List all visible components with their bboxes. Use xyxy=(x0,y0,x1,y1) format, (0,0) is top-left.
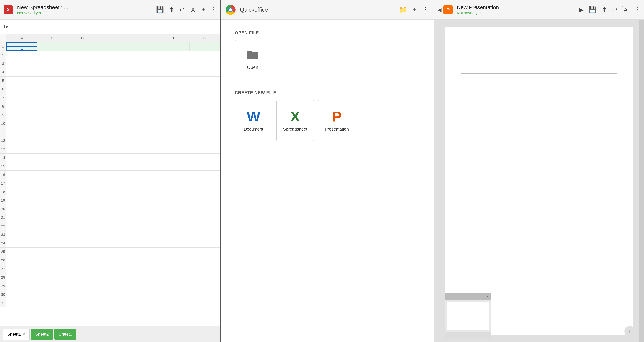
share-button[interactable]: ⬆ xyxy=(169,6,174,14)
undo-button[interactable]: ↩ xyxy=(612,6,617,14)
spreadsheet-toolbar: X New Spreadsheet : ... Not saved yet 💾 … xyxy=(0,0,220,20)
more-options-button[interactable]: ⋮ xyxy=(210,6,216,14)
table-row[interactable]: 15 xyxy=(0,162,220,171)
more-options-button[interactable]: ⋮ xyxy=(634,6,640,14)
save-button[interactable]: 💾 xyxy=(156,6,164,14)
new-document-card[interactable]: W Document xyxy=(235,100,272,141)
table-row[interactable]: 3 xyxy=(0,60,220,68)
add-sheet-button[interactable]: + xyxy=(78,329,88,339)
table-row[interactable]: 18 xyxy=(0,188,220,196)
more-options-button[interactable]: ⋮ xyxy=(422,6,428,14)
slide-subtitle-placeholder[interactable] xyxy=(461,73,617,105)
document-letter: W xyxy=(247,110,260,124)
quickoffice-title: Quickoffice xyxy=(240,7,395,13)
table-row[interactable]: 6 xyxy=(0,85,220,94)
presentation-panel: ◀ P New Presentation Not saved yet ▶ 💾 ⬆… xyxy=(434,0,644,342)
thumbnail-slide[interactable] xyxy=(447,301,489,330)
table-row[interactable]: 5 xyxy=(0,77,220,85)
cell-g1[interactable] xyxy=(190,42,220,51)
table-row[interactable]: 12 xyxy=(0,136,220,145)
save-button[interactable]: 💾 xyxy=(589,6,597,14)
row-number: 17 xyxy=(0,179,6,188)
table-row[interactable]: 31 xyxy=(0,299,220,307)
presentation-toolbar: ◀ P New Presentation Not saved yet ▶ 💾 ⬆… xyxy=(434,0,644,20)
add-slide-button[interactable]: + xyxy=(624,326,635,337)
table-row[interactable]: 28 xyxy=(0,273,220,282)
table-row[interactable]: 9 xyxy=(0,111,220,119)
table-row[interactable]: 21 xyxy=(0,213,220,222)
row-number: 26 xyxy=(0,256,6,265)
cell-a1[interactable] xyxy=(6,42,37,51)
table-row[interactable]: 2 xyxy=(0,51,220,60)
table-row[interactable]: 13 xyxy=(0,145,220,153)
table-row[interactable]: 24 xyxy=(0,239,220,248)
table-row[interactable]: 8 xyxy=(0,102,220,111)
thumbnail-close-button[interactable]: × xyxy=(486,294,489,299)
table-row[interactable]: 1 xyxy=(0,42,220,51)
cell-e1[interactable] xyxy=(129,42,159,51)
table-row[interactable]: 30 xyxy=(0,290,220,299)
table-row[interactable]: 7 xyxy=(0,94,220,102)
row-number: 8 xyxy=(0,102,6,111)
open-file-section-label: OPEN FILE xyxy=(235,30,419,35)
row-number: 25 xyxy=(0,248,6,256)
table-row[interactable]: 23 xyxy=(0,231,220,239)
table-row[interactable]: 20 xyxy=(0,205,220,213)
undo-button[interactable]: ↩ xyxy=(179,6,185,14)
table-row[interactable]: 29 xyxy=(0,282,220,290)
spreadsheet-subtitle: Not saved yet xyxy=(17,11,152,15)
open-file-card[interactable]: Open xyxy=(235,40,270,79)
table-row[interactable]: 4 xyxy=(0,68,220,77)
table-row[interactable]: 17 xyxy=(0,179,220,188)
slide-title-placeholder[interactable] xyxy=(461,34,617,70)
open-label: Open xyxy=(247,65,258,70)
col-header-d[interactable]: D xyxy=(98,34,128,42)
table-row[interactable]: 25 xyxy=(0,248,220,256)
open-folder-button[interactable]: 📁 xyxy=(399,6,407,14)
cell-d1[interactable] xyxy=(98,42,128,51)
col-header-f[interactable]: F xyxy=(159,34,190,42)
thumbnail-slide-number: 1 xyxy=(445,332,491,338)
table-row[interactable]: 14 xyxy=(0,153,220,162)
new-spreadsheet-card[interactable]: X Spreadsheet xyxy=(276,100,314,141)
col-header-b[interactable]: B xyxy=(37,34,68,42)
presentation-scrollbar[interactable] xyxy=(639,20,644,342)
back-button[interactable]: ◀ xyxy=(438,7,442,13)
row-number: 23 xyxy=(0,231,6,239)
col-header-e[interactable]: E xyxy=(128,34,159,42)
spreadsheet-label: Spreadsheet xyxy=(283,127,307,132)
share-button[interactable]: ⬆ xyxy=(602,6,607,14)
sheet-tab-sheet2[interactable]: Sheet2 xyxy=(31,329,53,339)
quickoffice-toolbar-icons: 📁 + ⋮ xyxy=(399,6,428,14)
table-row[interactable]: 27 xyxy=(0,265,220,273)
col-header-c[interactable]: C xyxy=(68,34,98,42)
new-presentation-card[interactable]: P Presentation xyxy=(318,100,356,141)
quickoffice-content: OPEN FILE Open CREATE NEW FILE W Documen… xyxy=(220,20,434,342)
add-button[interactable]: + xyxy=(202,6,205,14)
table-row[interactable]: 10 xyxy=(0,119,220,128)
table-row[interactable]: 16 xyxy=(0,171,220,179)
table-row[interactable]: 26 xyxy=(0,256,220,265)
sheet-tab-label: Sheet3 xyxy=(59,332,72,337)
col-header-g[interactable]: G xyxy=(190,34,220,42)
text-format-button[interactable]: A xyxy=(622,6,629,13)
table-row[interactable]: 22 xyxy=(0,222,220,231)
sheet-tab-sheet3[interactable]: Sheet3 xyxy=(54,329,76,339)
text-format-button[interactable]: A xyxy=(190,6,196,13)
slide-thumbnail-panel: × 1 xyxy=(445,293,491,338)
add-button[interactable]: + xyxy=(413,6,416,14)
cell-b1[interactable] xyxy=(37,42,68,51)
play-button[interactable]: ▶ xyxy=(579,6,584,14)
row-number: 30 xyxy=(0,290,6,299)
table-row[interactable]: 19 xyxy=(0,196,220,205)
table-row[interactable]: 11 xyxy=(0,128,220,136)
cell-f1[interactable] xyxy=(159,42,190,51)
sheet-tab-sheet1[interactable]: Sheet1 × xyxy=(3,329,30,339)
col-header-a[interactable]: A xyxy=(6,34,37,42)
slide-canvas[interactable] xyxy=(445,27,633,335)
spreadsheet-letter: X xyxy=(290,110,300,124)
cell-c1[interactable] xyxy=(68,42,98,51)
row-number: 21 xyxy=(0,213,6,222)
row-number: 29 xyxy=(0,282,6,290)
tab-close-icon[interactable]: × xyxy=(23,332,25,336)
